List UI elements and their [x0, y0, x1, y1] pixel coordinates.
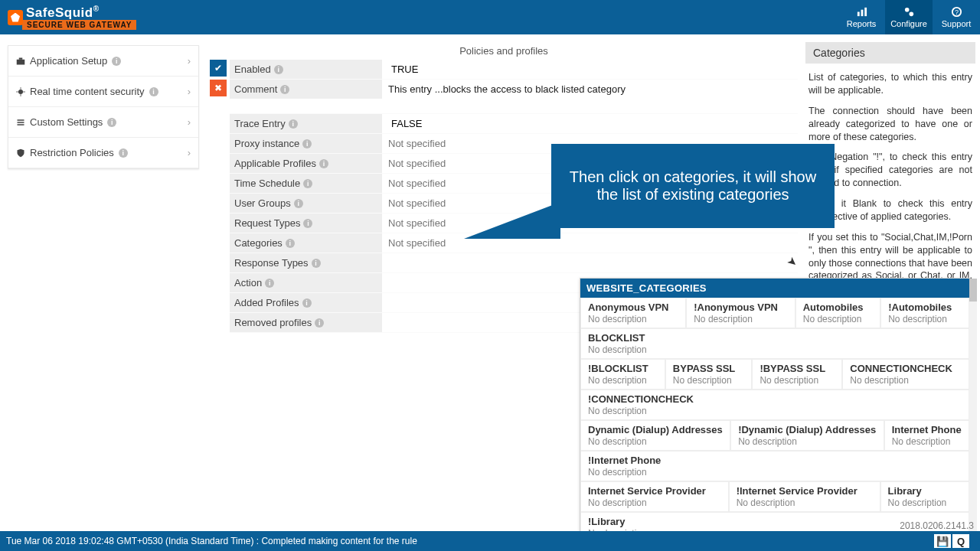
category-option[interactable]: CONNECTIONCHECKNo description: [842, 359, 969, 390]
chart-icon: [856, 6, 867, 18]
gears-icon: [903, 6, 915, 18]
category-option[interactable]: LibraryNo description: [880, 481, 969, 512]
categories-dropdown: WEBSITE_CATEGORIES Anonymous VPNNo descr…: [580, 278, 970, 551]
help-panel-title: Categories: [805, 42, 975, 64]
confirm-button[interactable]: ✔: [210, 60, 227, 77]
category-option[interactable]: !BLOCKLISTNo description: [580, 359, 665, 390]
category-option[interactable]: !CONNECTIONCHECKNo description: [580, 390, 969, 420]
chevron-right-icon: ›: [188, 86, 191, 97]
sidebar-item-label: Application Setup: [30, 55, 107, 67]
info-icon: i: [289, 119, 298, 129]
chevron-right-icon: ›: [188, 116, 191, 128]
nav-configure[interactable]: Configure: [885, 0, 933, 34]
category-option[interactable]: !Anonymous VPNNo description: [686, 298, 795, 328]
enabled-value[interactable]: TRUE: [382, 60, 798, 79]
info-icon: i: [303, 179, 312, 188]
sidebar-item-label: Real time content security: [30, 86, 145, 97]
field-label: Categories: [234, 237, 283, 249]
statusbar: Tue Mar 06 2018 19:02:48 GMT+0530 (India…: [0, 531, 980, 551]
info-icon: i: [280, 85, 289, 94]
search-icon[interactable]: Q: [952, 534, 969, 548]
field-label: Comment: [234, 83, 277, 95]
category-option[interactable]: !BYPASS SSLNo description: [752, 359, 842, 390]
bug-icon: [16, 87, 25, 96]
info-icon: i: [302, 139, 312, 148]
svg-rect-0: [857, 12, 859, 17]
field-label: Action: [234, 277, 262, 289]
svg-rect-14: [18, 119, 24, 121]
sidebar-item-label: Restriction Policies: [30, 147, 114, 158]
scrollbar-track[interactable]: [969, 279, 977, 551]
sliders-icon: [16, 118, 25, 127]
info-icon: i: [312, 259, 321, 268]
category-option[interactable]: Internet PhoneNo description: [884, 420, 969, 451]
info-icon: i: [286, 239, 295, 248]
sidebar: Application Setup i › Real time content …: [5, 42, 202, 333]
category-option[interactable]: !AutomobilesNo description: [880, 298, 969, 328]
sidebar-item-custom[interactable]: Custom Settings i ›: [8, 107, 198, 138]
svg-point-3: [904, 8, 909, 12]
cancel-button[interactable]: ✖: [210, 80, 227, 96]
help-paragraph: List of categories, to which this entry …: [808, 71, 972, 97]
info-icon: i: [265, 279, 274, 288]
info-icon: i: [294, 199, 303, 208]
trace-value[interactable]: FALSE: [382, 114, 798, 133]
categories-value[interactable]: Not specified: [382, 233, 798, 253]
info-icon: i: [274, 65, 283, 74]
svg-rect-7: [17, 59, 25, 64]
info-icon: i: [303, 219, 312, 228]
field-label: Enabled: [234, 64, 271, 75]
topbar: SafeSquid® SECURE WEB GATEWAY Reports Co…: [0, 0, 980, 34]
sidebar-item-realtime[interactable]: Real time content security i ›: [8, 77, 198, 107]
svg-rect-16: [18, 124, 24, 126]
logo-icon: [8, 10, 23, 25]
shield-icon: [16, 148, 25, 158]
category-option[interactable]: Anonymous VPNNo description: [580, 298, 686, 328]
svg-text:?: ?: [955, 8, 959, 16]
info-icon: i: [149, 87, 158, 96]
callout-pointer: [464, 202, 560, 239]
info-icon: i: [319, 159, 328, 168]
brand-tagline: SECURE WEB GATEWAY: [22, 20, 136, 30]
field-label: Proxy instance: [234, 138, 299, 149]
category-option[interactable]: Internet Service ProviderNo description: [580, 481, 729, 512]
tutorial-callout: Then click on categories, it will show t…: [551, 144, 835, 228]
breadcrumb: Policies and profiles: [210, 42, 798, 60]
category-option[interactable]: AutomobilesNo description: [795, 298, 880, 328]
save-icon[interactable]: 💾: [934, 534, 951, 548]
sidebar-item-label: Custom Settings: [30, 116, 103, 128]
category-option[interactable]: !Internet Service ProviderNo description: [729, 481, 880, 512]
info-icon: i: [302, 298, 312, 308]
dropdown-header: WEBSITE_CATEGORIES: [580, 279, 969, 298]
field-label: Added Profiles: [234, 297, 299, 308]
field-label: Applicable Profiles: [234, 158, 316, 169]
comment-value[interactable]: This entry ...blocks the access to black…: [382, 80, 798, 99]
status-text: Tue Mar 06 2018 19:02:48 GMT+0530 (India…: [6, 536, 417, 546]
field-label: Time Schedule: [234, 178, 300, 189]
brand-name: SafeSquid®: [26, 5, 136, 21]
sidebar-item-restriction[interactable]: Restriction Policies i ›: [8, 138, 198, 168]
version-label: 2018.0206.2141.3: [900, 520, 974, 531]
category-option[interactable]: BYPASS SSLNo description: [665, 359, 753, 390]
info-icon: i: [112, 57, 121, 66]
field-label: Trace Entry: [234, 118, 286, 129]
brand-logo: SafeSquid® SECURE WEB GATEWAY: [0, 5, 144, 31]
category-option[interactable]: !Dynamic (Dialup) AddressesNo descriptio…: [730, 420, 884, 451]
svg-point-4: [909, 12, 913, 17]
help-icon: ?: [951, 6, 962, 18]
svg-rect-1: [861, 10, 863, 16]
sidebar-item-app-setup[interactable]: Application Setup i ›: [8, 46, 198, 77]
svg-rect-2: [864, 8, 867, 16]
field-label: Response Types: [234, 257, 309, 269]
send-icon[interactable]: ➤: [785, 253, 802, 270]
category-option[interactable]: BLOCKLISTNo description: [580, 328, 969, 359]
info-icon: i: [119, 148, 128, 158]
scrollbar-thumb[interactable]: [969, 279, 977, 302]
svg-rect-15: [18, 122, 24, 123]
svg-point-9: [18, 90, 23, 94]
nav-reports[interactable]: Reports: [838, 0, 885, 34]
category-option[interactable]: Dynamic (Dialup) AddressesNo description: [580, 420, 730, 451]
nav-support[interactable]: ? Support: [933, 0, 980, 34]
category-option[interactable]: !Internet PhoneNo description: [580, 451, 969, 481]
help-paragraph: The connection should have been already …: [808, 105, 972, 144]
